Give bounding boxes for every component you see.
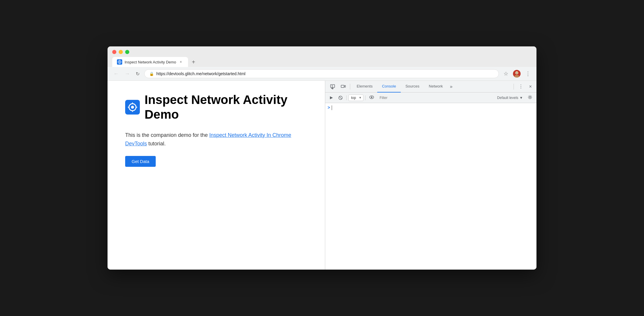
- tab-console[interactable]: Console: [377, 81, 401, 93]
- traffic-lights: [112, 50, 532, 54]
- actions-divider: [514, 84, 514, 90]
- svg-point-1: [119, 61, 120, 63]
- devtools-toolbar: Elements Console Sources Network » ⋮: [325, 81, 536, 93]
- page-heading: Inspect Network Activity Demo: [125, 93, 307, 122]
- page-content: Inspect Network Activity Demo This is th…: [108, 81, 325, 270]
- bookmark-button[interactable]: ☆: [502, 69, 509, 78]
- svg-point-5: [514, 75, 519, 78]
- reload-button[interactable]: ↻: [135, 70, 141, 78]
- console-output[interactable]: >: [325, 103, 536, 270]
- tab-elements[interactable]: Elements: [352, 81, 377, 93]
- address-bar: ← → ↻ 🔒 https://devtools.glitch.me/netwo…: [108, 67, 536, 81]
- browser-menu-button[interactable]: ⋮: [524, 69, 532, 78]
- console-divider: [346, 95, 347, 100]
- description-prefix: This is the companion demo for the: [125, 132, 209, 138]
- devtools-menu-button[interactable]: ⋮: [516, 82, 526, 91]
- default-levels-button[interactable]: Default levels ▼: [495, 95, 525, 101]
- close-button[interactable]: [112, 50, 116, 54]
- devtools-actions: ⋮ ×: [512, 82, 534, 91]
- new-tab-button[interactable]: +: [189, 58, 198, 66]
- svg-point-8: [517, 72, 518, 73]
- profile-avatar[interactable]: [513, 70, 521, 78]
- get-data-button[interactable]: Get Data: [125, 156, 156, 167]
- tabs-row: Inspect Network Activity Demo × +: [112, 57, 532, 67]
- device-toolbar-button[interactable]: [338, 82, 348, 91]
- console-clear-button[interactable]: [336, 94, 345, 101]
- console-settings-button[interactable]: [526, 94, 534, 102]
- console-toolbar: top ▼ Default levels ▼: [325, 93, 536, 103]
- back-button[interactable]: ←: [112, 70, 120, 78]
- url-text: https://devtools.glitch.me/network/getst…: [156, 71, 494, 76]
- prompt-cursor: [332, 105, 332, 110]
- tab-close-button[interactable]: ×: [179, 60, 183, 64]
- description-suffix: tutorial.: [147, 141, 166, 147]
- page-logo: [125, 100, 140, 115]
- content-area: Inspect Network Activity Demo This is th…: [108, 81, 536, 270]
- default-levels-chevron: ▼: [519, 96, 523, 100]
- svg-point-7: [516, 72, 516, 73]
- more-tabs-button[interactable]: »: [447, 81, 455, 93]
- prompt-arrow: >: [328, 105, 330, 110]
- devtools-close-button[interactable]: ×: [527, 82, 534, 91]
- console-prompt-line: >: [325, 104, 536, 111]
- console-filter-input[interactable]: [377, 95, 494, 101]
- svg-point-22: [371, 96, 373, 98]
- url-bar[interactable]: 🔒 https://devtools.glitch.me/network/get…: [144, 69, 499, 78]
- context-selector-wrapper: top ▼: [348, 95, 363, 101]
- console-run-button[interactable]: [328, 95, 335, 101]
- minimize-button[interactable]: [119, 50, 123, 54]
- svg-marker-18: [330, 96, 333, 99]
- inspect-element-button[interactable]: [328, 82, 338, 91]
- console-eye-button[interactable]: [367, 94, 376, 102]
- browser-window: Inspect Network Activity Demo × + ← → ↻ …: [108, 46, 536, 270]
- svg-point-23: [529, 96, 531, 98]
- svg-rect-16: [341, 85, 344, 88]
- tab-favicon: [117, 59, 122, 65]
- tab-sources[interactable]: Sources: [401, 81, 424, 93]
- context-selector[interactable]: top: [348, 95, 363, 101]
- svg-point-10: [131, 106, 134, 109]
- devtools-tabs: Elements Console Sources Network »: [352, 81, 512, 93]
- page-title: Inspect Network Activity Demo: [145, 93, 307, 122]
- svg-rect-17: [345, 85, 346, 87]
- active-tab[interactable]: Inspect Network Activity Demo ×: [112, 57, 188, 67]
- console-divider-2: [365, 95, 365, 100]
- tab-title: Inspect Network Activity Demo: [125, 60, 176, 64]
- toolbar-divider: [350, 84, 350, 90]
- svg-line-20: [339, 97, 342, 99]
- page-description: This is the companion demo for the Inspe…: [125, 131, 301, 148]
- forward-button[interactable]: →: [123, 70, 131, 78]
- tab-network[interactable]: Network: [424, 81, 448, 93]
- maximize-button[interactable]: [125, 50, 129, 54]
- devtools-panel: Elements Console Sources Network » ⋮: [325, 81, 536, 270]
- lock-icon: 🔒: [149, 72, 154, 76]
- title-bar: Inspect Network Activity Demo × +: [108, 46, 536, 67]
